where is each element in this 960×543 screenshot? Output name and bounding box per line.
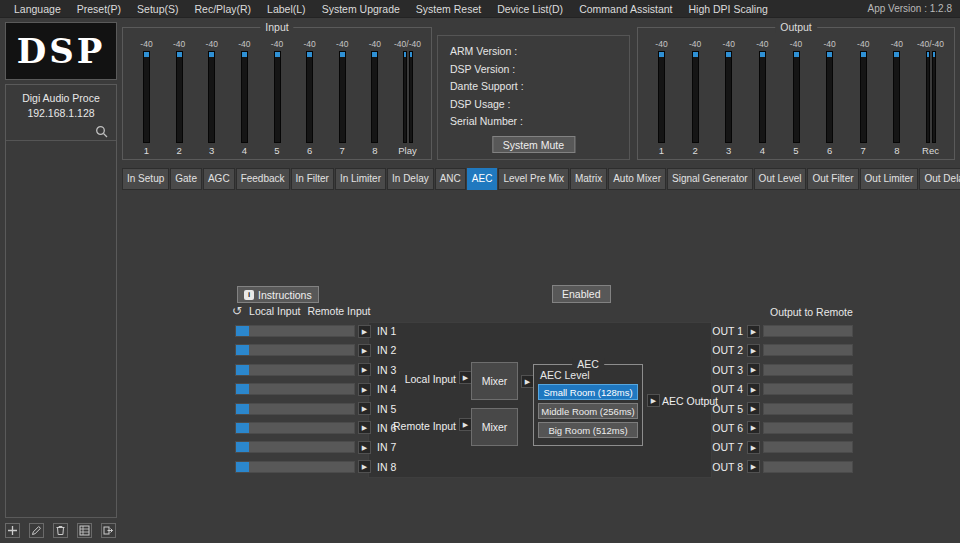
edit-device-button[interactable] (29, 523, 44, 538)
output-expand-button[interactable]: ▶ (747, 344, 760, 357)
input-expand-button[interactable]: ▶ (358, 441, 371, 454)
menu-item-system-reset[interactable]: System Reset (408, 0, 489, 18)
tab-out-delay[interactable]: Out Delay (919, 168, 960, 190)
menu-item-preset-p[interactable]: Preset(P) (69, 0, 129, 18)
input-level-slider[interactable] (235, 441, 355, 453)
menu-item-language[interactable]: Language (6, 0, 69, 18)
tab-in-limiter[interactable]: In Limiter (335, 168, 386, 190)
output-expand-button[interactable]: ▶ (747, 363, 760, 376)
meter-bars (403, 51, 413, 143)
aec-level-option-small-room-128ms[interactable]: Small Room (128ms) (538, 384, 638, 400)
enabled-button[interactable]: Enabled (552, 285, 611, 303)
info-icon: i (244, 290, 254, 300)
menu-item-rec-play-r[interactable]: Rec/Play(R) (187, 0, 260, 18)
tab-in-setup[interactable]: In Setup (122, 168, 169, 190)
input-level-slider[interactable] (235, 403, 355, 415)
app-window: { "menubar": { "items": ["Language", "Pr… (0, 0, 960, 543)
menu-item-device-list-d[interactable]: Device List(D) (489, 0, 571, 18)
tab-feedback[interactable]: Feedback (236, 168, 290, 190)
input-expand-button[interactable]: ▶ (358, 325, 371, 338)
input-panel-title: Input (260, 21, 293, 33)
output-level-slider[interactable] (763, 403, 853, 415)
tab-matrix[interactable]: Matrix (570, 168, 607, 190)
meter-peak-indicator (275, 52, 280, 57)
menu-item-system-upgrade[interactable]: System Upgrade (314, 0, 408, 18)
meter-channel: -404 (231, 39, 258, 156)
output-expand-button[interactable]: ▶ (747, 460, 760, 473)
output-expand-button[interactable]: ▶ (747, 421, 760, 434)
meter-channel-label: 3 (726, 145, 731, 156)
add-device-button[interactable] (5, 523, 20, 538)
menu-item-setup-s[interactable]: Setup(S) (129, 0, 186, 18)
input-expand-button[interactable]: ▶ (358, 421, 371, 434)
meter-peak-indicator (861, 52, 866, 57)
input-expand-button[interactable]: ▶ (358, 344, 371, 357)
info-field-serial-number: Serial Number : (450, 113, 629, 131)
aec-level-option-middle-room-256ms[interactable]: Middle Room (256ms) (538, 403, 638, 419)
mixer-label: Mixer (482, 421, 508, 433)
tab-in-filter[interactable]: In Filter (291, 168, 334, 190)
output-expand-button[interactable]: ▶ (747, 383, 760, 396)
input-channel-label: IN 8 (377, 461, 396, 473)
refresh-icon[interactable]: ↺ (232, 305, 242, 317)
device-list-button[interactable] (77, 523, 92, 538)
tab-gate[interactable]: Gate (170, 168, 202, 190)
instructions-button[interactable]: i Instructions (237, 286, 319, 303)
tab-out-filter[interactable]: Out Filter (807, 168, 858, 190)
system-mute-button[interactable]: System Mute (492, 136, 575, 153)
mixer-remote-box[interactable]: Mixer (471, 408, 518, 446)
output-level-slider[interactable] (763, 461, 853, 473)
output-level-slider[interactable] (763, 344, 853, 356)
meter-channel: -402 (682, 39, 709, 156)
tab-signal-generator[interactable]: Signal Generator (667, 168, 753, 190)
menu-item-label-l[interactable]: Label(L) (259, 0, 314, 18)
export-button[interactable] (101, 523, 116, 538)
input-level-slider[interactable] (235, 364, 355, 376)
input-level-slider[interactable] (235, 422, 355, 434)
aec-level-option-big-room-512ms[interactable]: Big Room (512ms) (538, 422, 638, 438)
output-expand-button[interactable]: ▶ (747, 325, 760, 338)
input-expand-button[interactable]: ▶ (358, 383, 371, 396)
tab-anc[interactable]: ANC (435, 168, 466, 190)
input-level-slider[interactable] (235, 344, 355, 356)
output-level-slider[interactable] (763, 441, 853, 453)
local-input-header[interactable]: Local Input (249, 305, 300, 317)
aec-output-row: OUT 5▶ (706, 403, 853, 415)
output-expand-button[interactable]: ▶ (747, 441, 760, 454)
meter-channel-label: 5 (793, 145, 798, 156)
meter-bar (860, 51, 867, 143)
menu-item-command-assistant[interactable]: Command Assistant (571, 0, 680, 18)
remote-input-header[interactable]: Remote Input (307, 305, 370, 317)
search-icon[interactable] (95, 125, 109, 139)
delete-device-button[interactable] (53, 523, 68, 538)
tab-auto-mixer[interactable]: Auto Mixer (608, 168, 666, 190)
aec-output-arrow-icon: ▶ (647, 394, 660, 407)
meter-channel-label: 8 (372, 145, 377, 156)
meter-bar (692, 51, 699, 143)
output-expand-button[interactable]: ▶ (747, 402, 760, 415)
input-expand-button[interactable]: ▶ (358, 363, 371, 376)
output-level-slider[interactable] (763, 364, 853, 376)
input-expand-button[interactable]: ▶ (358, 460, 371, 473)
output-level-slider[interactable] (763, 325, 853, 337)
mixer-local-box[interactable]: Mixer (471, 362, 518, 400)
tab-level-pre-mix[interactable]: Level Pre Mix (498, 168, 569, 190)
tab-in-delay[interactable]: In Delay (387, 168, 434, 190)
output-level-slider[interactable] (763, 422, 853, 434)
menu-item-high-dpi-scaling[interactable]: High DPI Scaling (681, 0, 776, 18)
input-level-slider[interactable] (235, 383, 355, 395)
meter-bar (409, 51, 413, 143)
tab-agc[interactable]: AGC (203, 168, 235, 190)
input-level-slider[interactable] (235, 325, 355, 337)
output-level-slider[interactable] (763, 383, 853, 395)
meter-value-label: -40 (140, 39, 152, 50)
input-expand-button[interactable]: ▶ (358, 402, 371, 415)
meter-peak-indicator (927, 52, 929, 57)
meter-bar (208, 51, 215, 143)
meter-value-label: -40 (756, 39, 768, 50)
tab-out-level[interactable]: Out Level (754, 168, 807, 190)
meter-peak-indicator (340, 52, 345, 57)
tab-out-limiter[interactable]: Out Limiter (860, 168, 919, 190)
input-level-slider[interactable] (235, 461, 355, 473)
tab-aec[interactable]: AEC (467, 168, 498, 190)
